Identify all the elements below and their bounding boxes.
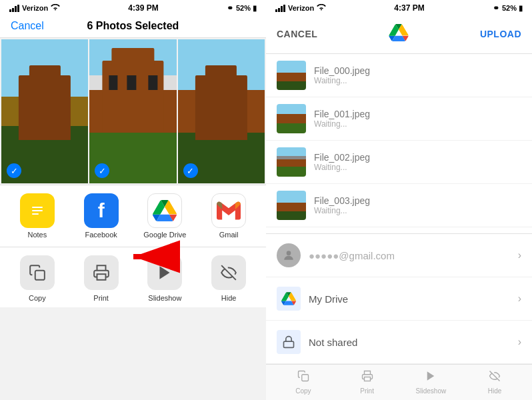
bottom-copy-label: Copy: [295, 387, 311, 395]
right-phone: Verizon 4:37 PM ⚭ 52% ▮ CANCEL: [266, 0, 532, 400]
gmail-icon: [211, 193, 246, 228]
carrier-right: Verizon: [275, 4, 326, 13]
bottom-copy-icon: [297, 370, 309, 385]
notes-label: Notes: [28, 231, 47, 239]
bottom-print[interactable]: Print: [335, 370, 399, 395]
dialog-nav: CANCEL UPLOAD: [266, 15, 532, 54]
file-item-1: File_001.jpeg Waiting...: [266, 97, 532, 141]
file-item-3: File_003.jpeg Waiting...: [266, 184, 532, 227]
bottom-hide-label: Hide: [488, 387, 502, 395]
copy-icon: [20, 255, 55, 290]
account-row[interactable]: ●●●●●@gmail.com ›: [266, 234, 532, 277]
hide-label: Hide: [221, 294, 237, 302]
dialog-upload-button[interactable]: UPLOAD: [480, 29, 521, 39]
status-right-left: ⚭ 52% ▮: [227, 3, 257, 13]
carrier-name-left: Verizon: [22, 4, 48, 12]
carrier-left: Verizon: [9, 4, 60, 13]
svg-rect-3: [32, 213, 39, 215]
file-item-0: File_000.jpeg Waiting...: [266, 54, 532, 97]
file-status-2: Waiting...: [314, 163, 521, 172]
check-badge-3: ✓: [183, 163, 198, 178]
bottom-print-icon: [361, 370, 373, 385]
bluetooth-icon-left: ⚭: [227, 3, 233, 13]
signal-icon-right: [275, 5, 285, 12]
photo-1[interactable]: ✓: [1, 39, 88, 183]
svg-rect-12: [364, 377, 370, 381]
carrier-name-right: Verizon: [288, 4, 314, 12]
wifi-icon-left: [51, 4, 60, 13]
facebook-label: Facebook: [85, 231, 117, 239]
file-status-3: Waiting...: [314, 206, 521, 215]
file-list: File_000.jpeg Waiting... File_001.jpeg W…: [266, 54, 532, 233]
bluetooth-icon-right: ⚭: [493, 3, 499, 13]
time-left: 4:39 PM: [128, 3, 158, 13]
wifi-icon-right: [317, 4, 326, 13]
slideshow-label: Slideshow: [148, 294, 181, 302]
svg-rect-1: [32, 207, 43, 208]
upload-dialog: CANCEL UPLOAD File: [266, 15, 532, 400]
bottom-copy[interactable]: Copy: [271, 370, 335, 395]
file-name-1: File_001.jpeg: [314, 109, 521, 119]
bottom-print-label: Print: [360, 387, 374, 395]
time-right: 4:37 PM: [394, 3, 424, 13]
file-name-3: File_003.jpeg: [314, 195, 521, 206]
svg-point-9: [287, 251, 291, 255]
signal-icon: [9, 5, 19, 12]
bottom-hide[interactable]: Hide: [463, 370, 527, 395]
bottom-slideshow-icon: [425, 370, 437, 385]
nav-title-left: 6 Photos Selected: [87, 20, 179, 32]
svg-rect-4: [35, 271, 45, 280]
location-section: ●●●●●@gmail.com › My Drive: [266, 233, 532, 364]
svg-rect-11: [302, 375, 309, 381]
building-1: [19, 75, 71, 140]
copy-label: Copy: [29, 294, 46, 302]
account-avatar: [277, 243, 301, 267]
gdrive-icon: [147, 193, 182, 228]
file-thumb-0: [277, 61, 306, 90]
nav-bar-left: Cancel 6 Photos Selected: [0, 15, 266, 38]
file-thumb-2: [277, 147, 306, 177]
cancel-button-left[interactable]: Cancel: [11, 20, 44, 32]
not-shared-label: Not shared: [309, 337, 510, 348]
file-status-1: Waiting...: [314, 119, 521, 129]
battery-left: 52% ▮: [236, 4, 257, 13]
file-info-0: File_000.jpeg Waiting...: [314, 65, 521, 85]
file-item-2: File_002.jpeg Waiting...: [266, 141, 532, 184]
share-app-notes[interactable]: Notes: [5, 193, 69, 239]
svg-rect-5: [97, 274, 105, 280]
file-name-0: File_000.jpeg: [314, 65, 521, 76]
action-hide[interactable]: Hide: [197, 255, 261, 302]
building-2: [103, 61, 163, 133]
my-drive-chevron: ›: [518, 293, 521, 305]
svg-marker-13: [427, 371, 435, 381]
file-status-0: Waiting...: [314, 76, 521, 85]
not-shared-chevron: ›: [518, 336, 521, 348]
photo-2[interactable]: ✓: [89, 39, 176, 183]
red-arrow: [120, 237, 180, 279]
gmail-label: Gmail: [219, 231, 239, 239]
account-email: ●●●●●@gmail.com: [309, 250, 510, 261]
file-thumb-1: [277, 104, 306, 133]
not-shared-row[interactable]: Not shared ›: [266, 321, 532, 364]
bottom-slideshow-label: Slideshow: [416, 387, 447, 395]
photo-grid: ✓ ✓ ✓: [0, 38, 266, 185]
my-drive-row[interactable]: My Drive ›: [266, 277, 532, 321]
file-thumb-3: [277, 191, 306, 220]
action-copy[interactable]: Copy: [5, 255, 69, 302]
dialog-cancel-button[interactable]: CANCEL: [277, 29, 317, 39]
left-phone: Verizon 4:39 PM ⚭ 52% ▮ Cancel 6 Photos …: [0, 0, 266, 400]
print-icon: [84, 255, 119, 290]
svg-rect-2: [32, 210, 43, 211]
share-app-facebook[interactable]: f Facebook: [69, 193, 133, 239]
status-bar-left: Verizon 4:39 PM ⚭ 52% ▮: [0, 0, 266, 15]
battery-right: 52% ▮: [502, 4, 523, 13]
my-drive-label: My Drive: [309, 293, 510, 305]
share-app-gmail[interactable]: Gmail: [197, 193, 261, 239]
photo-bg-3: [178, 39, 265, 183]
share-app-gdrive[interactable]: Google Drive: [133, 193, 197, 239]
photo-3[interactable]: ✓: [178, 39, 265, 183]
bottom-slideshow[interactable]: Slideshow: [399, 370, 463, 395]
status-bar-right: Verizon 4:37 PM ⚭ 52% ▮: [266, 0, 532, 15]
lock-icon: [277, 330, 301, 354]
file-name-2: File_002.jpeg: [314, 152, 521, 163]
